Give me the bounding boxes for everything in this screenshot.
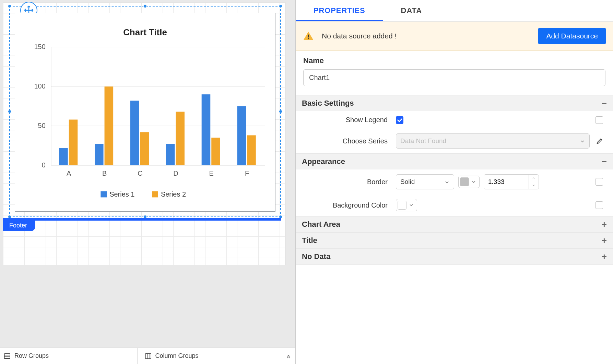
svg-text:150: 150 [34, 43, 46, 50]
color-swatch [460, 177, 469, 186]
bg-color-row: Background Color [296, 194, 613, 216]
svg-text:Series 2: Series 2 [161, 190, 186, 198]
svg-rect-12 [69, 120, 78, 165]
border-row: Border Solid [296, 169, 613, 194]
properties-pane: PROPERTIES DATA No data source added ! A… [296, 0, 613, 364]
svg-rect-14 [95, 144, 104, 165]
border-width-value[interactable] [484, 175, 529, 189]
footer-section-tab[interactable]: Footer [3, 221, 35, 231]
no-datasource-warning: No data source added ! Add Datasource [296, 22, 613, 51]
resize-handle[interactable] [8, 110, 11, 113]
border-width-input[interactable] [484, 174, 539, 189]
appearance-section: Appearance − Border Solid [296, 154, 613, 216]
svg-text:D: D [173, 169, 178, 177]
show-legend-checkbox[interactable] [396, 116, 403, 124]
svg-text:Chart Title: Chart Title [123, 27, 167, 37]
border-style-value: Solid [400, 178, 415, 186]
warning-text: No data source added ! [322, 32, 530, 40]
tab-properties[interactable]: PROPERTIES [296, 0, 383, 21]
chevron-down-icon [471, 179, 476, 185]
svg-rect-21 [176, 112, 185, 165]
edit-series-button[interactable] [594, 135, 605, 147]
no-data-header[interactable]: No Data + [296, 249, 613, 265]
add-datasource-button[interactable]: Add Datasource [538, 28, 606, 44]
expression-flag-checkbox[interactable] [596, 178, 603, 186]
expression-flag-checkbox[interactable] [596, 201, 603, 209]
groups-collapse-button[interactable] [282, 353, 295, 359]
svg-rect-29 [101, 191, 107, 197]
basic-settings-header[interactable]: Basic Settings − [296, 95, 613, 111]
collapse-icon[interactable]: − [602, 99, 607, 108]
resize-handle[interactable] [279, 110, 282, 113]
collapse-icon[interactable]: − [602, 157, 607, 166]
footer-divider[interactable] [3, 218, 281, 221]
svg-text:100: 100 [34, 82, 46, 90]
spin-down-button[interactable] [529, 182, 539, 189]
border-color-picker[interactable] [458, 176, 480, 188]
choose-series-label: Choose Series [303, 137, 396, 145]
svg-text:E: E [209, 169, 214, 177]
expression-flag-checkbox[interactable] [596, 116, 603, 124]
svg-rect-17 [130, 101, 139, 165]
row-groups-section[interactable]: Row Groups [0, 348, 138, 364]
svg-rect-33 [4, 353, 10, 359]
tab-data[interactable]: DATA [383, 0, 440, 21]
chevron-down-icon [409, 202, 414, 208]
design-surface[interactable]: Chart Title050100150ABCDEFSeries 1Series… [3, 2, 285, 265]
bg-color-label: Background Color [303, 201, 396, 209]
svg-text:Series 1: Series 1 [109, 190, 134, 198]
svg-rect-23 [202, 94, 211, 165]
properties-tabs: PROPERTIES DATA [296, 0, 613, 22]
svg-text:50: 50 [38, 122, 46, 129]
svg-rect-18 [140, 132, 149, 165]
show-legend-label: Show Legend [303, 116, 396, 124]
canvas-scroll[interactable]: Chart Title050100150ABCDEFSeries 1Series… [0, 0, 295, 348]
section-title: Chart Area [302, 220, 340, 229]
svg-rect-11 [59, 148, 68, 165]
chart-item[interactable]: Chart Title050100150ABCDEFSeries 1Series… [15, 13, 275, 212]
basic-settings-section: Basic Settings − Show Legend Choose Seri… [296, 95, 613, 154]
expand-icon[interactable]: + [602, 252, 607, 261]
name-label: Name [303, 56, 605, 65]
svg-text:F: F [245, 169, 249, 177]
svg-text:A: A [67, 169, 71, 177]
warning-icon [303, 30, 314, 42]
section-title: Appearance [302, 157, 345, 166]
svg-text:0: 0 [42, 161, 46, 169]
spin-up-button[interactable] [529, 175, 539, 182]
svg-rect-15 [105, 86, 114, 165]
column-groups-section[interactable]: Column Groups [141, 348, 279, 364]
chevron-down-icon [580, 138, 585, 144]
chevron-down-icon [444, 179, 450, 185]
design-canvas-pane: Chart Title050100150ABCDEFSeries 1Series… [0, 0, 296, 364]
groups-bar: Row Groups Column Groups [0, 348, 295, 364]
svg-text:B: B [102, 169, 107, 177]
column-groups-label: Column Groups [155, 352, 199, 360]
chart-selection[interactable]: Chart Title050100150ABCDEFSeries 1Series… [9, 6, 281, 217]
title-section: Title + [296, 233, 613, 249]
svg-rect-31 [152, 191, 158, 197]
appearance-header[interactable]: Appearance − [296, 154, 613, 169]
resize-handle[interactable] [143, 4, 147, 8]
border-label: Border [303, 178, 396, 186]
svg-rect-24 [211, 138, 220, 165]
expand-icon[interactable]: + [602, 236, 607, 245]
svg-rect-20 [166, 144, 175, 165]
expand-icon[interactable]: + [602, 220, 607, 229]
title-header[interactable]: Title + [296, 233, 613, 248]
columns-icon [144, 352, 152, 360]
resize-handle[interactable] [8, 4, 11, 8]
name-section: Name [296, 51, 613, 95]
bg-color-picker[interactable] [396, 199, 417, 211]
svg-rect-34 [145, 353, 151, 359]
no-data-section: No Data + [296, 249, 613, 265]
choose-series-select[interactable]: Data Not Found [396, 133, 590, 149]
row-groups-label: Row Groups [14, 352, 49, 360]
svg-rect-36 [308, 38, 309, 39]
section-title: Title [302, 236, 317, 245]
svg-rect-27 [247, 135, 256, 165]
resize-handle[interactable] [279, 4, 282, 8]
chart-area-header[interactable]: Chart Area + [296, 216, 613, 232]
name-input[interactable] [303, 69, 605, 86]
border-style-select[interactable]: Solid [396, 174, 454, 189]
